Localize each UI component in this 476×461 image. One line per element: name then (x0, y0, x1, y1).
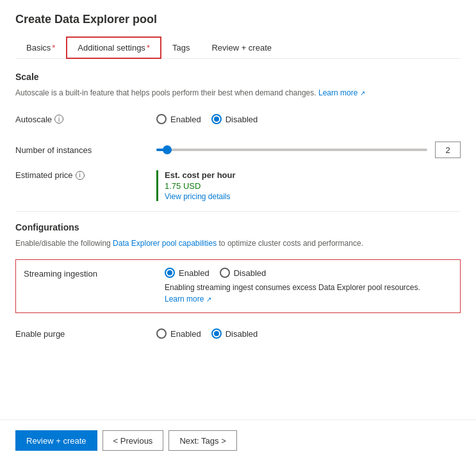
purge-disabled-radio[interactable] (211, 328, 222, 339)
page-title: Create Data Explorer pool (15, 13, 461, 26)
autoscale-row: Autoscale i Enabled Disabled (15, 109, 461, 129)
purge-disabled-option[interactable]: Disabled (211, 328, 258, 339)
next-tags-button[interactable]: Next: Tags > (168, 430, 236, 451)
scale-section-title: Scale (15, 72, 461, 82)
price-content: Est. cost per hour 1.75 USD View pricing… (165, 170, 236, 201)
price-left-bar (156, 170, 158, 201)
streaming-disabled-option[interactable]: Disabled (220, 268, 267, 278)
main-content: Create Data Explorer pool Basics* Additi… (0, 0, 476, 419)
autoscale-disabled-option[interactable]: Disabled (211, 114, 258, 124)
previous-button[interactable]: < Previous (103, 430, 164, 451)
tab-basics[interactable]: Basics* (15, 37, 66, 58)
instances-label: Number of instances (15, 145, 156, 155)
streaming-radio-group: Enabled Disabled (165, 268, 452, 278)
page-container: Create Data Explorer pool Basics* Additi… (0, 0, 476, 461)
price-block: Est. cost per hour 1.75 USD View pricing… (156, 170, 461, 201)
purge-enabled-option[interactable]: Enabled (156, 328, 201, 339)
tab-additional-settings[interactable]: Additional settings* (66, 36, 161, 59)
purge-enabled-radio[interactable] (156, 328, 167, 339)
section-divider (15, 211, 461, 212)
streaming-disabled-radio[interactable] (220, 268, 230, 278)
configurations-section-desc: Enable/disable the following Data Explor… (15, 238, 461, 249)
streaming-note: Enabling streaming ingest consumes exces… (165, 282, 434, 305)
enable-purge-row: Enable purge Enabled Disabled (15, 323, 461, 344)
streaming-learn-more-link[interactable]: Learn more ↗ (165, 295, 211, 303)
estimated-price-label: Estimated price i (15, 170, 156, 180)
autoscale-enabled-option[interactable]: Enabled (156, 114, 201, 124)
review-create-button[interactable]: Review + create (15, 430, 97, 451)
instances-value-box[interactable]: 2 (435, 142, 461, 158)
estimated-price-row: Estimated price i Est. cost per hour 1.7… (15, 170, 461, 201)
purge-radio-group: Enabled Disabled (156, 328, 461, 339)
scale-learn-more-link[interactable]: Learn more ↗ (318, 88, 365, 97)
tab-review-create[interactable]: Review + create (201, 37, 283, 58)
estimated-price-info-icon[interactable]: i (76, 171, 85, 180)
autoscale-disabled-radio[interactable] (211, 114, 222, 124)
instances-slider-thumb[interactable] (163, 145, 172, 154)
tabs-bar: Basics* Additional settings* Tags Review… (15, 36, 461, 59)
tab-tags[interactable]: Tags (161, 37, 201, 58)
configurations-link[interactable]: Data Explorer pool capabilities (113, 239, 217, 248)
scale-section-desc: Autoscale is a built-in feature that hel… (15, 87, 461, 99)
autoscale-enabled-radio[interactable] (156, 114, 167, 124)
instances-slider-container: 2 (156, 142, 461, 158)
streaming-enabled-option[interactable]: Enabled (165, 268, 209, 278)
instances-row: Number of instances 2 (15, 140, 461, 160)
footer: Review + create < Previous Next: Tags > (0, 419, 476, 461)
streaming-ingestion-label: Streaming ingestion (24, 268, 165, 279)
autoscale-radio-group: Enabled Disabled (156, 114, 461, 124)
configurations-section-title: Configurations (15, 222, 461, 232)
instances-slider-track[interactable] (156, 149, 427, 151)
autoscale-label: Autoscale i (15, 115, 156, 124)
streaming-enabled-radio[interactable] (165, 268, 175, 278)
view-pricing-link[interactable]: View pricing details (165, 192, 236, 201)
autoscale-info-icon[interactable]: i (54, 115, 63, 124)
streaming-ingestion-row: Streaming ingestion Enabled Disabled Ena… (15, 259, 461, 313)
enable-purge-label: Enable purge (15, 329, 156, 339)
streaming-control: Enabled Disabled Enabling streaming inge… (165, 268, 452, 305)
